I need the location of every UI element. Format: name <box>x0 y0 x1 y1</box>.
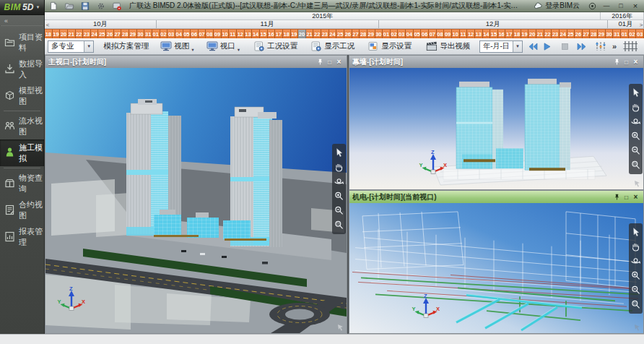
new-document-icon[interactable] <box>48 1 58 11</box>
timeline-day-cell[interactable]: 15 <box>260 29 268 38</box>
zoom-out-icon[interactable] <box>630 285 641 296</box>
timeline-day-cell[interactable]: 25 <box>336 29 344 38</box>
sidebar-collapse-button[interactable]: « <box>1 17 43 26</box>
fast-forward-button[interactable] <box>577 40 586 53</box>
timeline-day-cell[interactable]: 26 <box>106 29 114 38</box>
hand-icon[interactable] <box>630 241 641 252</box>
timeline-day-cell[interactable]: 14 <box>483 29 491 38</box>
timeline-day-cell[interactable]: 28 <box>121 29 129 38</box>
sidebar-item-model-view[interactable]: 模型视图 <box>0 82 44 109</box>
specialty-select[interactable]: 多专业 ▼ <box>48 40 94 53</box>
close-button[interactable]: × <box>629 1 642 11</box>
settings-gear-icon[interactable] <box>95 1 106 11</box>
timeline-day-cell[interactable]: 25 <box>567 29 575 38</box>
timeline-day-cell[interactable]: 27 <box>114 29 122 38</box>
viewport-close-icon[interactable]: × <box>631 192 640 202</box>
timeline-day-cell[interactable]: 03 <box>636 29 644 38</box>
timeline-day-cell[interactable]: 22 <box>313 29 321 38</box>
timeline-day-cell[interactable]: 18 <box>513 29 521 38</box>
timeline-day-cell[interactable]: 31 <box>613 29 621 38</box>
timeline-day-cell[interactable]: 01 <box>383 29 391 38</box>
timeline-day-cell[interactable]: 27 <box>583 29 591 38</box>
timeline-day-cell[interactable]: 29 <box>367 29 375 38</box>
timeline-day-cell[interactable]: 02 <box>629 29 637 38</box>
timeline-day-cell[interactable]: 13 <box>475 29 483 38</box>
viewport-maximize-icon[interactable]: □ <box>622 192 631 202</box>
timeline-day-cell[interactable]: 28 <box>590 29 598 38</box>
timeline-day-cell[interactable]: 12 <box>467 29 475 38</box>
maximize-button[interactable]: □ <box>614 1 627 11</box>
timeline-day-cell[interactable]: 01 <box>152 29 160 38</box>
timeline-day-cell[interactable]: 05 <box>414 29 422 38</box>
timeline-day-cell[interactable]: 26 <box>575 29 583 38</box>
timeline-day-cell[interactable]: 04 <box>406 29 414 38</box>
timeline-day-cell[interactable]: 12 <box>237 29 245 38</box>
timeline-day-cell[interactable]: 02 <box>391 29 399 38</box>
timeline-day-cell[interactable]: 25 <box>98 29 106 38</box>
work-condition-settings-button[interactable]: 工况设置 <box>250 39 301 53</box>
timeline-month-segment[interactable]: 11月 <box>157 20 378 28</box>
timeline-day-cell[interactable]: 22 <box>544 29 552 38</box>
show-work-condition-button[interactable]: 显示工况 <box>307 39 358 53</box>
main-3d-canvas[interactable]: ZXY <box>45 68 347 333</box>
timeline-day-cell[interactable]: 30 <box>137 29 145 38</box>
timeline-day-cell[interactable]: 23 <box>83 29 91 38</box>
bim5d-logo-menu[interactable]: BIM 5D ▼ <box>0 0 45 15</box>
login-bim-cloud-button[interactable]: 登录BIM云 <box>529 1 584 11</box>
zoom-window-icon[interactable] <box>630 299 641 310</box>
zoom-window-icon[interactable] <box>630 160 641 171</box>
sidebar-item-data-import[interactable]: 数据导入 <box>0 56 44 82</box>
viewport-maximize-icon[interactable]: □ <box>622 57 631 66</box>
sidebar-item-material-query[interactable]: 物资查询 <box>0 170 44 197</box>
timeline-day-cell[interactable]: 09 <box>214 29 222 38</box>
timeline-day-cell[interactable]: 09 <box>444 29 452 38</box>
timeline-day-cell[interactable]: 13 <box>245 29 253 38</box>
sidebar-item-contract-view[interactable]: 合约视图 <box>0 197 44 223</box>
timeline-day-cell[interactable]: 19 <box>521 29 529 38</box>
timeline-day-cell[interactable]: 11 <box>229 29 237 38</box>
timeline-day-cell[interactable]: 07 <box>199 29 206 38</box>
timeline-day-cell[interactable]: 17 <box>505 29 513 38</box>
timeline-day-cell[interactable]: 29 <box>129 29 137 38</box>
viewport-close-icon[interactable]: × <box>631 57 640 66</box>
curtain-3d-canvas[interactable]: ZXY <box>349 68 643 189</box>
pin-icon[interactable] <box>316 57 325 66</box>
services-badge-icon[interactable] <box>111 1 122 11</box>
mep-viewport-titlebar[interactable]: 机电-[计划时间](当前视口) □ × <box>349 191 643 203</box>
timeline-day-cell[interactable]: 26 <box>344 29 352 38</box>
zoom-out-icon[interactable] <box>334 205 344 216</box>
timeline-month-segment[interactable]: 12月 <box>379 20 609 28</box>
timeline-day-cell[interactable]: 03 <box>167 29 175 38</box>
zoom-window-icon[interactable] <box>334 220 344 231</box>
timeline-day-cell[interactable]: 18 <box>283 29 291 38</box>
timeline-day-cell[interactable]: 10 <box>222 29 230 38</box>
timeline-day-cell[interactable]: 16 <box>498 29 506 38</box>
timeline-day-cell[interactable]: 06 <box>191 29 199 38</box>
timeline-day-cell[interactable]: 22 <box>76 29 84 38</box>
timeline-scroll-right-icon[interactable]: > <box>638 20 644 29</box>
pin-icon[interactable] <box>612 57 622 66</box>
hand-icon[interactable] <box>630 102 641 113</box>
viewport-maximize-icon[interactable]: □ <box>325 57 334 66</box>
grid-fence-icon[interactable] <box>619 39 641 53</box>
timeline-day-cell[interactable]: 07 <box>429 29 437 38</box>
open-folder-icon[interactable] <box>64 1 74 11</box>
orbit-icon[interactable] <box>630 256 641 267</box>
zoom-out-icon[interactable] <box>630 145 641 156</box>
timeline-day-cell[interactable]: 15 <box>490 29 498 38</box>
timeline-day-cell[interactable]: 03 <box>398 29 406 38</box>
display-settings-button[interactable]: 显示设置 <box>364 39 415 53</box>
timeline-day-cell[interactable]: 20 <box>60 29 68 38</box>
timeline-day-cell[interactable]: 29 <box>598 29 606 38</box>
timeline-day-cell[interactable]: 02 <box>160 29 168 38</box>
timeline-day-cell[interactable]: 14 <box>252 29 260 38</box>
timeline-day-cell[interactable]: 08 <box>437 29 445 38</box>
timeline-day-cell[interactable]: 10 <box>452 29 460 38</box>
mep-3d-canvas[interactable]: ZXY <box>349 203 643 333</box>
orbit-icon[interactable] <box>334 176 344 187</box>
date-format-select[interactable]: 年-月-日 ▼ <box>479 40 523 53</box>
timeline-day-cell[interactable]: 08 <box>206 29 214 38</box>
timeline-day-cell[interactable]: 27 <box>352 29 360 38</box>
timeline-day-cell[interactable]: 17 <box>275 29 283 38</box>
timeline-day-cell[interactable]: 21 <box>536 29 544 38</box>
